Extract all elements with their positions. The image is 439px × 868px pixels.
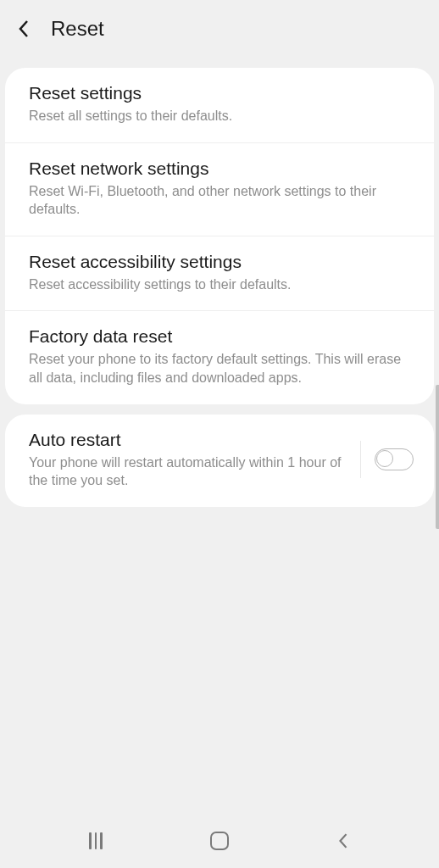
item-desc: Reset accessibility settings to their de…	[29, 275, 410, 294]
back-icon	[337, 832, 349, 850]
item-desc: Reset your phone to its factory default …	[29, 350, 410, 387]
nav-home-button[interactable]	[208, 829, 231, 853]
toggle-knob	[376, 450, 393, 467]
reset-options-card: Reset settings Reset all settings to the…	[5, 68, 434, 404]
home-icon	[210, 832, 229, 850]
item-title: Reset settings	[29, 83, 410, 103]
item-title: Auto restart	[29, 430, 350, 450]
spacer	[0, 507, 439, 819]
toggle-text: Auto restart Your phone will restart aut…	[29, 430, 360, 490]
item-desc: Reset Wi-Fi, Bluetooth, and other networ…	[29, 182, 410, 219]
navigation-bar	[0, 819, 439, 868]
reset-accessibility-settings-item[interactable]: Reset accessibility settings Reset acces…	[5, 236, 434, 312]
auto-restart-card: Auto restart Your phone will restart aut…	[5, 415, 434, 507]
nav-back-button[interactable]	[331, 829, 355, 853]
auto-restart-item[interactable]: Auto restart Your phone will restart aut…	[5, 415, 434, 507]
auto-restart-toggle[interactable]	[375, 448, 414, 470]
nav-recents-button[interactable]	[84, 829, 108, 853]
recents-icon	[89, 832, 103, 849]
item-title: Factory data reset	[29, 326, 410, 347]
item-title: Reset accessibility settings	[29, 252, 410, 272]
scroll-indicator[interactable]	[436, 385, 439, 529]
page-title: Reset	[51, 17, 104, 41]
item-desc: Your phone will restart automatically wi…	[29, 453, 350, 490]
item-title: Reset network settings	[29, 159, 410, 179]
chevron-left-icon	[17, 19, 31, 39]
reset-network-settings-item[interactable]: Reset network settings Reset Wi-Fi, Blue…	[5, 143, 434, 236]
reset-settings-item[interactable]: Reset settings Reset all settings to the…	[5, 68, 434, 143]
app-header: Reset	[0, 0, 439, 58]
factory-data-reset-item[interactable]: Factory data reset Reset your phone to i…	[5, 311, 434, 403]
back-button[interactable]	[14, 19, 34, 39]
item-desc: Reset all settings to their defaults.	[29, 107, 410, 125]
divider	[360, 441, 361, 478]
